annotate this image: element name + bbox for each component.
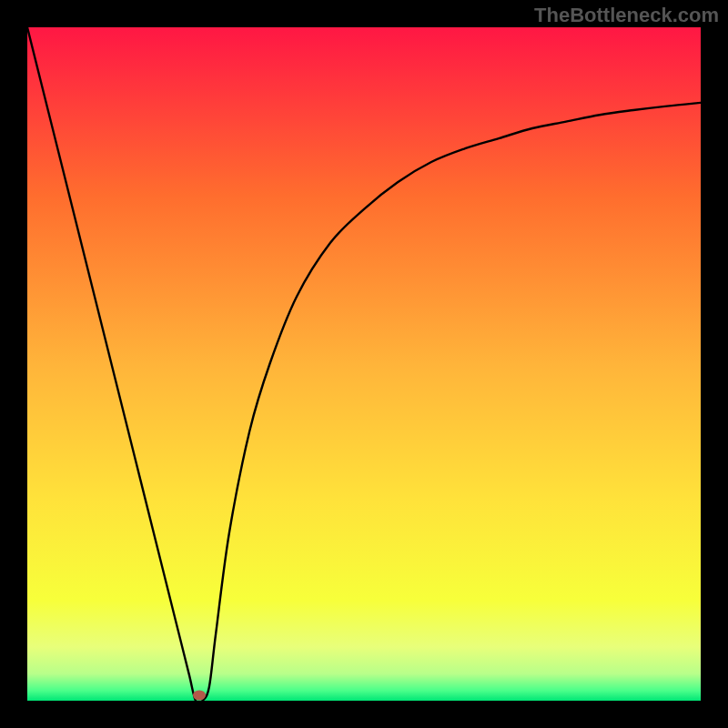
watermark-text: TheBottleneck.com [534, 4, 719, 27]
chart-background [27, 27, 701, 701]
optimal-point-marker [193, 691, 206, 701]
chart-plot-area [27, 27, 701, 701]
chart-svg [27, 27, 701, 701]
